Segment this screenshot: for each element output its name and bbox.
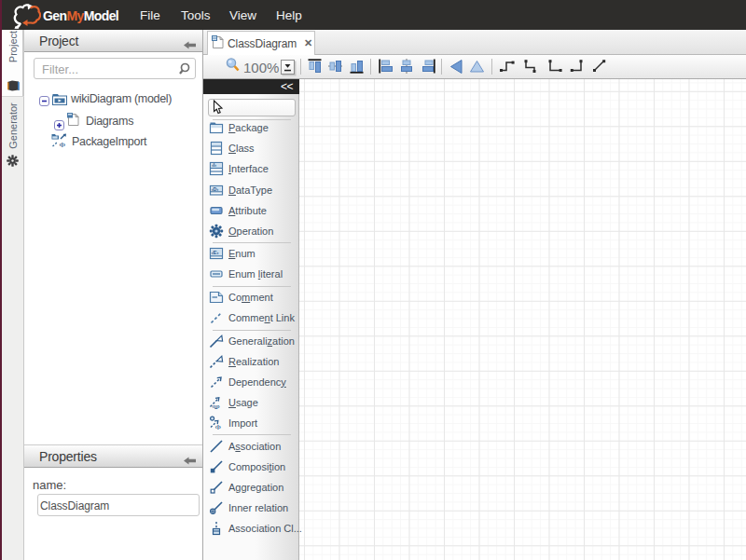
svg-text:‹E›: ‹E› xyxy=(212,250,219,255)
svg-text:‹I›: ‹I› xyxy=(215,424,221,430)
svg-text:‹u›: ‹u› xyxy=(213,403,220,409)
svg-text:‹D›: ‹D› xyxy=(212,185,219,191)
svg-text:‹I›: ‹I› xyxy=(212,162,216,168)
svg-text:‹I›: ‹I› xyxy=(60,142,66,148)
